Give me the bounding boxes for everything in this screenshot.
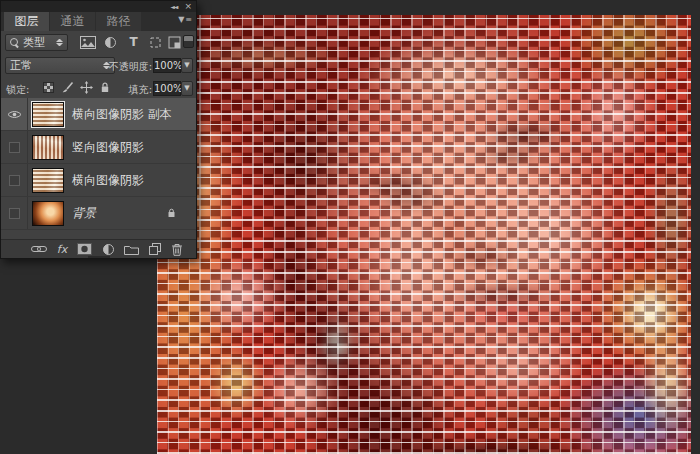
lock-label: 锁定: — [6, 83, 29, 97]
background-lock-icon — [167, 208, 176, 219]
link-layers-icon[interactable] — [31, 245, 47, 253]
close-icon[interactable]: × — [184, 2, 192, 11]
tab-layers[interactable]: 图层 — [4, 12, 49, 31]
filter-smart-objects-icon[interactable] — [166, 34, 183, 50]
blend-mode-select[interactable]: 正常 — [5, 57, 115, 74]
filter-kind-select[interactable]: 类型 — [5, 34, 68, 51]
visibility-toggle[interactable] — [1, 197, 28, 229]
panel-menu-icon[interactable]: ▼≡ — [178, 15, 193, 24]
visibility-toggle[interactable] — [1, 98, 28, 130]
filter-type-layers-icon[interactable]: T — [125, 34, 142, 50]
filter-kind-label: 类型 — [23, 35, 45, 50]
new-group-folder-icon[interactable] — [124, 244, 139, 255]
hidden-eye-well[interactable] — [9, 208, 20, 219]
layer-thumbnail[interactable] — [32, 201, 64, 226]
layer-list: 横向图像阴影 副本 竖向图像阴影 横向图像阴影 背景 — [1, 98, 196, 241]
delete-layer-trash-icon[interactable] — [171, 243, 183, 256]
hidden-eye-well[interactable] — [9, 142, 20, 153]
add-layer-mask-icon[interactable] — [77, 243, 92, 255]
filter-pixel-layers-icon[interactable] — [79, 34, 96, 50]
eye-icon — [7, 110, 22, 119]
fill-label: 填充: — [129, 83, 152, 97]
layers-panel: ◄◄ × 图层 通道 路径 ▼≡ 类型 T — [0, 0, 197, 259]
filter-toggle-icon[interactable] — [183, 35, 194, 48]
document-canvas[interactable] — [157, 15, 691, 454]
layer-thumbnail[interactable] — [32, 168, 64, 193]
layer-name[interactable]: 横向图像阴影 — [72, 164, 144, 196]
collapse-to-icons-icon[interactable]: ◄◄ — [170, 3, 177, 10]
layer-row-background[interactable]: 背景 — [1, 197, 196, 230]
lock-pixels-brush-icon[interactable] — [59, 80, 75, 95]
fill-value-field[interactable]: 100% — [153, 81, 181, 96]
filter-adjustment-layers-icon[interactable] — [102, 34, 119, 50]
layer-name[interactable]: 横向图像阴影 副本 — [72, 98, 172, 130]
panel-resize-notch[interactable] — [88, 256, 110, 258]
filter-shape-layers-icon[interactable] — [147, 34, 164, 50]
layer-name[interactable]: 竖向图像阴影 — [72, 131, 144, 163]
layer-style-fx-icon[interactable]: fx — [57, 244, 67, 255]
tab-channels[interactable]: 通道 — [50, 12, 95, 31]
opacity-label: 不透明度: — [109, 60, 152, 74]
visibility-toggle[interactable] — [1, 164, 28, 196]
visibility-toggle[interactable] — [1, 131, 28, 163]
layer-row-0[interactable]: 横向图像阴影 副本 — [1, 98, 196, 131]
lock-all-icon[interactable] — [97, 80, 113, 95]
lock-transparency-icon[interactable] — [40, 80, 56, 95]
layer-thumbnail[interactable] — [32, 102, 64, 127]
layer-row-2[interactable]: 横向图像阴影 — [1, 164, 196, 197]
new-adjustment-layer-icon[interactable] — [102, 243, 115, 256]
opacity-dropdown-icon[interactable]: ▼ — [181, 58, 193, 73]
weave-pattern-overlay — [157, 15, 691, 454]
spinner-arrows-icon — [56, 36, 63, 49]
panel-titlebar[interactable]: ◄◄ × — [1, 1, 196, 12]
opacity-value-field[interactable]: 100% — [153, 58, 181, 73]
layer-row-1[interactable]: 竖向图像阴影 — [1, 131, 196, 164]
panel-tab-bar: 图层 通道 路径 — [1, 12, 196, 31]
search-icon — [10, 38, 20, 48]
blend-mode-value: 正常 — [10, 58, 32, 73]
lock-position-move-icon[interactable] — [78, 80, 94, 95]
hidden-eye-well[interactable] — [9, 175, 20, 186]
layer-name[interactable]: 背景 — [72, 197, 96, 229]
fill-dropdown-icon[interactable]: ▼ — [181, 81, 193, 96]
tab-paths[interactable]: 路径 — [96, 12, 141, 31]
layer-thumbnail[interactable] — [32, 135, 64, 160]
new-layer-icon[interactable] — [149, 243, 161, 255]
